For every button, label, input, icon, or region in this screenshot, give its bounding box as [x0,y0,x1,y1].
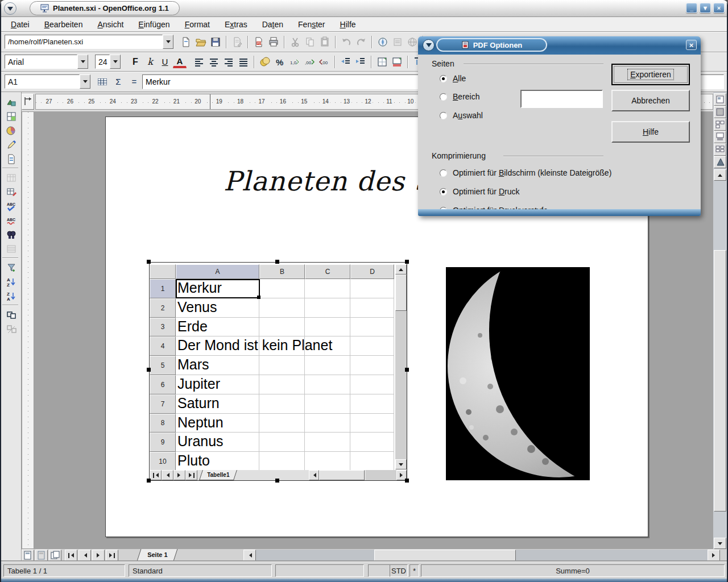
sheet-cell[interactable] [305,318,350,337]
sort-ascending-button[interactable]: AZ [4,275,19,289]
row-header-8[interactable]: 8 [150,414,176,433]
sheet-cell[interactable] [259,394,305,414]
row-header-3[interactable]: 3 [150,318,176,337]
insert-mode[interactable] [368,564,391,577]
font-size-combo[interactable]: 24 [95,55,121,69]
borders-button[interactable] [375,55,389,69]
insert-chart-button[interactable] [4,124,19,138]
outline-view-button[interactable] [714,106,726,118]
spellcheck-button[interactable]: ABC [4,199,19,213]
radio-option-optimiertfrbildschirmkleinstedateigre[interactable]: Optimiert für Bildschirm (kleinste Datei… [440,168,611,177]
sheet-cell[interactable] [305,356,350,375]
sheet-cell[interactable] [259,356,305,375]
page-range-input[interactable] [520,90,603,108]
menu-datei[interactable]: Datei [3,19,37,30]
sheet-cell[interactable] [305,375,350,394]
row-header-10[interactable]: 10 [150,452,176,471]
master-mode-button[interactable] [35,550,48,561]
row-header-2[interactable]: 2 [150,298,176,318]
sheet-cell[interactable]: Der Mond ist kein Planet [176,336,259,356]
sheet-cell[interactable] [350,452,394,471]
sheet-vscroll-thumb[interactable] [395,275,407,311]
percent-button[interactable]: % [273,55,287,69]
sheet-cell[interactable] [350,375,394,394]
sheet-cell[interactable] [350,298,394,318]
ruler-origin-box[interactable] [22,94,34,110]
sheet-cell[interactable]: Pluto [176,452,259,471]
menu-bearbeiten[interactable]: Bearbeiten [37,19,90,30]
currency-button[interactable] [258,55,272,69]
sheet-cell[interactable] [350,318,394,337]
sheet-scroll-down-button[interactable] [395,459,407,469]
selection-handle[interactable] [257,296,260,299]
sheet-cell[interactable] [259,279,305,298]
sheet-scroll-left-button[interactable] [309,470,319,480]
sheet-area-icon[interactable] [96,76,109,88]
background-color-button[interactable] [390,55,404,69]
dialog-menu-button[interactable] [423,39,435,51]
new-document-button[interactable] [179,35,193,49]
zoom-field[interactable] [275,564,364,577]
radio-icon[interactable] [440,188,447,196]
sort-descending-button[interactable]: ZA [4,289,19,303]
sheet-hscroll-thumb[interactable] [319,470,365,480]
last-page-button[interactable] [106,550,118,561]
url-input[interactable] [5,35,163,49]
font-size-value[interactable]: 24 [95,55,110,69]
object-resize-handle[interactable] [405,479,409,483]
titlebar[interactable]: Planeten.sxi - OpenOffice.org 1.1 _▼× [0,0,728,17]
sheet-cell[interactable] [259,433,305,452]
autofilter-button[interactable] [4,261,19,275]
cell-reference-combo[interactable]: A1 [5,74,90,89]
sum-button[interactable]: Σ [112,76,125,88]
sheet-cell[interactable] [259,298,305,318]
insert-object-button[interactable] [4,95,19,109]
object-resize-handle[interactable] [405,368,409,372]
page-style[interactable]: Standard [129,564,272,577]
row-header-7[interactable]: 7 [150,394,176,414]
open-button[interactable] [194,35,208,49]
object-resize-handle[interactable] [275,479,279,483]
column-header-d[interactable]: D [350,264,394,279]
next-sheet-button[interactable] [173,470,185,480]
minimize-button[interactable]: _ [686,3,697,13]
object-resize-handle[interactable] [147,479,151,483]
object-resize-handle[interactable] [275,260,279,264]
sheet-cell[interactable] [259,452,305,471]
cancel-button[interactable]: Abbrechen [611,90,690,111]
insert-cells-button[interactable] [4,110,19,123]
indent-increase-button[interactable] [354,55,367,69]
radio-option-alle[interactable]: Alle [440,74,466,83]
dialog-close-button[interactable]: × [686,40,697,50]
sum-field[interactable]: Summe=0 [421,564,725,577]
radio-option-optimiertfrdruck[interactable]: Optimiert für Druck [440,187,519,196]
sheet-cell[interactable] [259,414,305,433]
font-size-arrow[interactable] [110,55,121,69]
url-dropdown-arrow[interactable] [163,35,173,49]
sheet-cell[interactable] [305,433,350,452]
sheet-cell[interactable] [305,414,350,433]
decimal-add-button[interactable]: ,00 [303,55,316,69]
scroll-down-button[interactable] [714,538,726,549]
decimal-delete-button[interactable]: ,00 [317,55,331,69]
column-header-a[interactable]: A [176,264,259,279]
sheet-cell[interactable]: Mars [176,356,259,375]
dialog-titlebar[interactable]: PDF Optionen × [418,36,701,55]
sheet-cell[interactable] [350,356,394,375]
sheet-cell[interactable] [259,318,305,337]
radio-icon[interactable] [440,169,447,177]
align-right-button[interactable] [222,55,235,69]
font-name-arrow[interactable] [77,55,88,69]
menu-hilfe[interactable]: Hilfe [333,19,363,30]
sheet-indicator[interactable]: Tabelle 1 / 1 [3,564,125,577]
modified-flag[interactable]: * [410,564,419,577]
prev-sheet-button[interactable] [162,470,173,480]
group-button[interactable] [4,308,19,322]
sheet-cell[interactable]: Venus [176,298,259,318]
object-resize-handle[interactable] [147,260,151,264]
scroll-left-button[interactable] [243,550,256,561]
font-name-value[interactable]: Arial [5,55,77,69]
vscroll-thumb[interactable] [714,250,726,512]
sheet-cell[interactable] [350,433,394,452]
autoformat-button[interactable] [4,185,19,199]
